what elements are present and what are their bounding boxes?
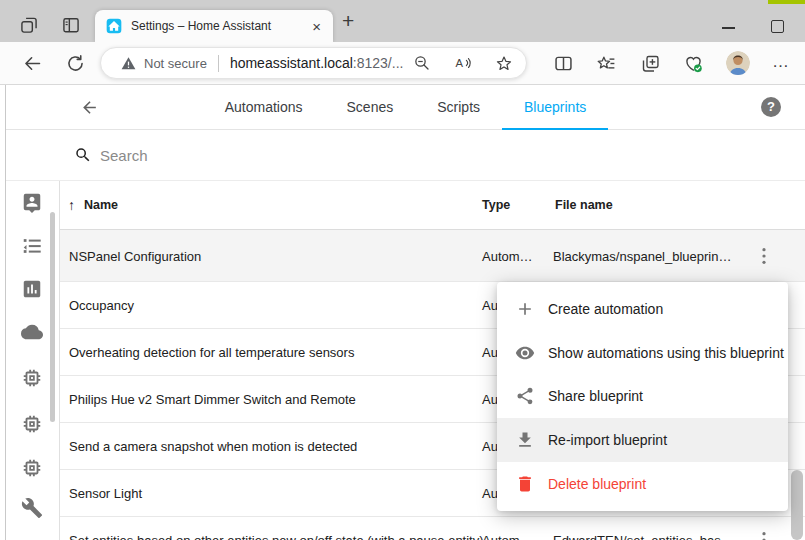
tab-scripts[interactable]: Scripts <box>415 85 502 130</box>
row-name: Send a camera snapshot when motion is de… <box>69 439 357 454</box>
menu-item-delete-blueprint[interactable]: Delete blueprint <box>497 462 788 506</box>
sidebar-chip-icon-3[interactable] <box>21 457 43 479</box>
share-icon <box>515 386 535 406</box>
row-name: Sensor Light <box>69 486 142 501</box>
sort-ascending-icon[interactable]: ↑ <box>68 181 75 230</box>
not-secure-warning-icon <box>121 56 136 71</box>
address-bar[interactable]: Not secure homeassistant.local:8123/... … <box>100 47 527 79</box>
url-path: :8123/... <box>353 55 404 71</box>
tab-close-icon[interactable]: × <box>306 18 333 35</box>
row-name: NSPanel Configuration <box>69 248 201 263</box>
menu-item-share-blueprint[interactable]: Share blueprint <box>497 375 788 419</box>
vertical-tabs-icon[interactable] <box>61 15 81 35</box>
ha-header: Automations Scenes Scripts Blueprints ? <box>6 85 805 130</box>
menu-item-label: Show automations using this blueprint <box>548 345 784 361</box>
help-icon[interactable]: ? <box>761 97 781 117</box>
collections-icon[interactable] <box>640 53 661 74</box>
favorite-star-icon[interactable] <box>495 54 513 72</box>
sidebar-scrollbar[interactable] <box>50 212 55 422</box>
menu-item-show-automations[interactable]: Show automations using this blueprint <box>497 331 788 375</box>
split-screen-icon[interactable] <box>553 53 574 74</box>
table-header: ↑ Name Type File name <box>60 181 805 230</box>
plus-icon <box>515 299 535 319</box>
column-header-type[interactable]: Type <box>482 181 510 230</box>
refresh-icon[interactable] <box>65 53 86 74</box>
security-label[interactable]: Not secure <box>144 56 207 71</box>
menu-item-label: Create automation <box>548 301 663 317</box>
row-kebab-icon[interactable] <box>757 531 771 540</box>
search-input[interactable] <box>100 130 600 180</box>
workspaces-icon[interactable] <box>19 15 39 35</box>
page-scrollbar[interactable] <box>791 470 803 540</box>
avatar-photo <box>726 51 750 75</box>
window-maximize-button[interactable] <box>771 20 784 33</box>
table-row[interactable]: NSPanel Configuration Autom… Blackymas/n… <box>60 230 805 282</box>
row-name: Overheating detection for all temperatur… <box>69 345 354 360</box>
url-text[interactable]: homeassistant.local:8123/... <box>230 55 404 71</box>
browser-toolbar: Not secure homeassistant.local:8123/... … <box>0 42 805 85</box>
home-assistant-page: Automations Scenes Scripts Blueprints ? … <box>0 85 805 540</box>
menu-item-label: Share blueprint <box>548 388 643 404</box>
url-host: homeassistant.local <box>230 55 353 71</box>
row-name: Philips Hue v2 Smart Dimmer Switch and R… <box>69 392 356 407</box>
eye-icon <box>515 343 535 363</box>
sidebar-settings-wrench-icon[interactable] <box>21 497 43 519</box>
row-name: Occupancy <box>69 298 134 313</box>
favorites-list-icon[interactable] <box>596 53 617 74</box>
menu-item-label: Re-import blueprint <box>548 432 667 448</box>
tab-scenes[interactable]: Scenes <box>325 85 416 130</box>
search-bar <box>6 130 805 181</box>
screen-edge-sliver <box>768 0 805 4</box>
sidebar-logbook-icon[interactable] <box>21 235 43 257</box>
download-icon <box>515 430 535 450</box>
tab-title: Settings – Home Assistant <box>131 19 306 33</box>
browser-menu-icon[interactable]: … <box>772 42 790 85</box>
column-header-name[interactable]: Name <box>84 181 118 230</box>
home-assistant-favicon <box>106 18 122 34</box>
sidebar-chip-icon-2[interactable] <box>21 413 43 435</box>
browser-tab[interactable]: Settings – Home Assistant × <box>95 10 333 42</box>
column-header-file[interactable]: File name <box>555 181 613 230</box>
menu-item-create-automation[interactable]: Create automation <box>497 287 788 331</box>
row-name: Set entities based on other entities new… <box>69 533 484 540</box>
menu-item-label: Delete blueprint <box>548 476 646 492</box>
row-kebab-icon[interactable] <box>757 247 771 265</box>
row-type: Autom… <box>482 248 533 263</box>
titlebar: Settings – Home Assistant × + <box>0 0 805 42</box>
table-row[interactable]: Set entities based on other entities new… <box>60 517 805 540</box>
sidebar-history-icon[interactable] <box>21 278 43 300</box>
profile-avatar[interactable] <box>726 51 750 75</box>
trash-icon <box>515 474 535 494</box>
window-minimize-button[interactable] <box>722 27 735 29</box>
ha-nav-tabs: Automations Scenes Scripts Blueprints <box>60 85 751 130</box>
svg-text:A: A <box>456 57 464 69</box>
browser-essentials-icon[interactable] <box>683 53 704 74</box>
search-icon <box>74 146 92 164</box>
row-type: Autom… <box>482 533 533 540</box>
row-file: Blackymas/nspanel_blueprin… <box>553 248 731 263</box>
browser-back-icon[interactable] <box>22 53 43 74</box>
browser-window: Settings – Home Assistant × + Not secure… <box>0 0 805 540</box>
sidebar-chip-icon-1[interactable] <box>21 367 43 389</box>
tab-automations[interactable]: Automations <box>203 85 325 130</box>
new-tab-button[interactable]: + <box>342 9 354 33</box>
read-aloud-icon[interactable]: A <box>454 54 472 72</box>
sidebar-map-person-icon[interactable] <box>21 192 43 214</box>
menu-item-reimport-blueprint[interactable]: Re-import blueprint <box>497 418 788 462</box>
sidebar-cloud-icon[interactable] <box>21 321 43 343</box>
address-divider <box>218 55 219 72</box>
blueprint-context-menu: Create automation Show automations using… <box>497 282 788 511</box>
row-file: EdwardTEN/set_entities_bas… <box>553 533 734 540</box>
zoom-out-icon[interactable] <box>413 54 431 72</box>
tab-blueprints[interactable]: Blueprints <box>502 85 608 130</box>
